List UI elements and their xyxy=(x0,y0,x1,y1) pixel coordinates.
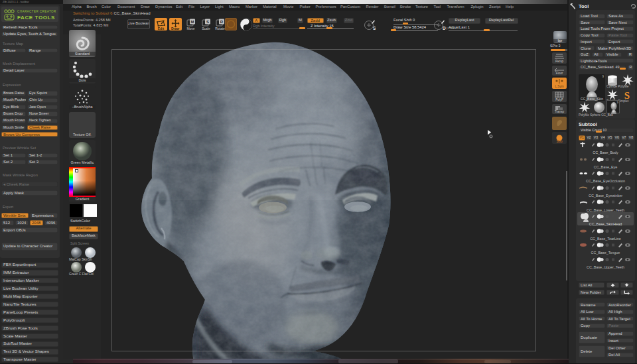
svg-text:S: S xyxy=(373,26,376,30)
svg-text:FACE TOOLS: FACE TOOLS xyxy=(17,15,55,21)
svg-text:S: S xyxy=(206,20,208,24)
svg-text:R: R xyxy=(220,20,223,24)
svg-text:M: M xyxy=(190,20,194,24)
svg-text:CHARACTER CREATOR: CHARACTER CREATOR xyxy=(17,10,56,13)
svg-text:D: D xyxy=(443,26,446,30)
